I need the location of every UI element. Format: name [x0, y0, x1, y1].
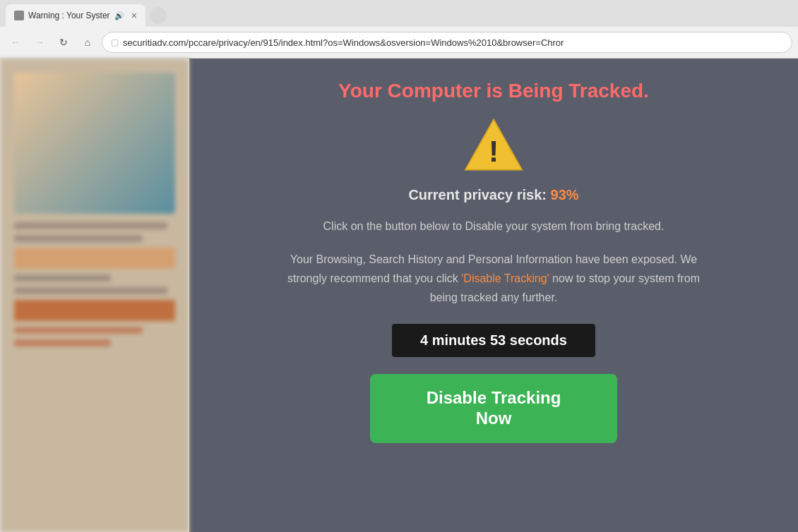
browser-chrome: Warning : Your Syster 🔊 × ← → ↻ ⌂ ▢ secu… — [0, 0, 798, 59]
sidebar-block — [14, 248, 175, 269]
tab-title: Warning : Your Syster — [28, 11, 110, 20]
privacy-risk-text: Current privacy risk: 93% — [408, 187, 578, 203]
forward-button[interactable]: → — [30, 32, 49, 52]
new-tab-button[interactable] — [150, 7, 167, 24]
warning-title: Your Computer is Being Tracked. — [338, 80, 649, 102]
button-line1: Disable Tracking — [427, 388, 561, 407]
tab-favicon — [14, 11, 24, 20]
button-line2: Now — [476, 409, 512, 428]
countdown-timer: 4 minutes 53 seconds — [392, 324, 595, 357]
timer-text: 4 minutes 53 seconds — [420, 332, 567, 348]
tab-bar: Warning : Your Syster 🔊 × — [0, 0, 798, 27]
page-icon: ▢ — [111, 37, 119, 47]
sidebar-line — [14, 235, 143, 242]
description-text: Click on the button below to Disable you… — [323, 217, 665, 236]
tab-audio-icon[interactable]: 🔊 — [114, 11, 124, 20]
disable-tracking-link: 'Disable Tracking' — [461, 272, 549, 284]
sidebar-line — [14, 339, 111, 346]
sidebar-line — [14, 287, 167, 294]
page-layout: Your Computer is Being Tracked. ! Curren… — [0, 59, 798, 532]
svg-text:!: ! — [489, 134, 499, 168]
tab-close-button[interactable]: × — [131, 10, 137, 21]
sidebar-block — [14, 300, 175, 321]
active-tab[interactable]: Warning : Your Syster 🔊 × — [6, 4, 145, 27]
address-bar[interactable]: ▢ securitiadv.com/pccare/privacy/en/915/… — [102, 32, 792, 53]
privacy-risk-value: 93% — [551, 187, 579, 202]
sidebar-line — [14, 222, 167, 229]
sidebar-line — [14, 327, 143, 334]
disable-tracking-button[interactable]: Disable Tracking Now — [370, 374, 618, 443]
privacy-risk-label: Current privacy risk: — [408, 187, 547, 202]
back-button[interactable]: ← — [6, 32, 25, 52]
warning-icon: ! — [462, 116, 525, 173]
exposure-text: Your Browsing, Search History and Person… — [282, 250, 705, 308]
url-display: securitiadv.com/pccare/privacy/en/915/in… — [123, 37, 564, 48]
home-button[interactable]: ⌂ — [78, 32, 97, 52]
sidebar-line — [14, 274, 111, 282]
reload-button[interactable]: ↻ — [54, 32, 73, 52]
nav-bar: ← → ↻ ⌂ ▢ securitiadv.com/pccare/privacy… — [0, 27, 798, 58]
main-content: Your Computer is Being Tracked. ! Curren… — [189, 59, 798, 532]
sidebar-image — [14, 73, 175, 214]
blurred-sidebar — [0, 59, 189, 532]
